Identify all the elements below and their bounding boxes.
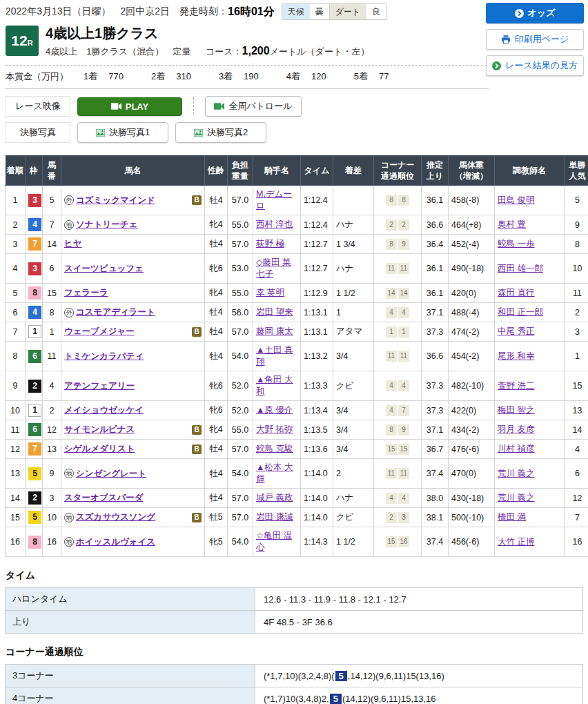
frame-number-badge: 2	[28, 491, 41, 505]
play-button[interactable]: PLAY	[77, 97, 182, 116]
results-header-cell: 調教師名	[495, 156, 565, 186]
horse-body-weight: 476(-6)	[449, 440, 495, 459]
jockey-link[interactable]: 岩田 望来	[256, 307, 293, 317]
win-popularity: 6	[565, 459, 588, 489]
trainer-link[interactable]: 荒川 義之	[498, 469, 534, 478]
horse-name-link[interactable]: スイーツビュッフェ	[64, 263, 144, 275]
trainer-link[interactable]: 萱野 浩二	[498, 381, 534, 391]
blinker-badge: B	[192, 195, 202, 205]
prize-money-row: 本賞金（万円） 1着770 2着310 3着190 4着120 5着77	[6, 65, 489, 89]
horse-name-link[interactable]: サイモンルピナス	[64, 424, 135, 436]
horse-name-link[interactable]: アテンフェアリー	[64, 380, 135, 392]
horse-name-link[interactable]: スズカサウスソング	[76, 511, 155, 523]
finish-photo2-button[interactable]: 決勝写真2	[175, 122, 266, 143]
corner-position-badge: 8	[386, 239, 397, 250]
last-3f-time: 36.1	[422, 186, 449, 215]
horse-name-link[interactable]: トミケンカラパティ	[64, 351, 144, 362]
margin: 1 1/2	[333, 284, 374, 303]
corner-position-badge: 11	[398, 263, 409, 274]
trainer-link[interactable]: 中尾 秀正	[498, 326, 534, 336]
trainer-link[interactable]: 尾形 和幸	[498, 351, 534, 361]
horse-name-link[interactable]: コスモアディラート	[76, 306, 155, 318]
patrol-video-button[interactable]: 全周パトロール	[205, 96, 302, 117]
jockey-link[interactable]: 荻野 極	[256, 239, 284, 248]
jockey-link[interactable]: M.デムーロ	[256, 189, 292, 211]
trainer-link[interactable]: 川村 禎彦	[498, 444, 534, 453]
race-date: 2022年3月13日（日曜）	[6, 6, 111, 18]
trainer-link[interactable]: 大竹 正博	[498, 537, 534, 547]
horse-name-link[interactable]: ウェーブメジャー	[64, 326, 135, 338]
horse-name-link[interactable]: シンゼングレート	[76, 468, 146, 480]
win-popularity: 7	[565, 508, 588, 527]
result-row: 15 5 10 地 スズカサウスソング B 牡5 57.0 岩田 康誠 1:14…	[6, 508, 588, 527]
horse-number: 6	[43, 254, 61, 284]
finish-position: 2	[6, 215, 26, 235]
horse-name-link[interactable]: シゲルメダリスト	[64, 443, 135, 455]
jockey-link[interactable]: 城戸 義政	[256, 493, 293, 502]
jockey-link[interactable]: ▲松本 大輝	[256, 462, 293, 484]
horse-name-link[interactable]: ホイッスルヴォイス	[76, 536, 155, 548]
carried-weight: 54.0	[228, 342, 253, 371]
corner-position-badge: 4	[398, 307, 409, 318]
trainer-link[interactable]: 森田 直行	[498, 288, 534, 297]
result-row: 13 5 9 地 シンゼングレート 牡4 54.0 ▲松本 大輝 1:14.0 …	[6, 459, 588, 489]
results-guide-button[interactable]: レース結果の見方	[486, 55, 584, 76]
jockey-link[interactable]: 大野 拓弥	[256, 424, 293, 434]
jockey-link[interactable]: ▲原 優介	[256, 405, 293, 415]
frame-number-badge: 8	[28, 286, 41, 300]
trainer-link[interactable]: 荒川 義之	[498, 493, 534, 502]
weather-track-box: 天候 曇 ダート 良	[282, 3, 387, 20]
win-popularity: 15	[565, 371, 588, 401]
horse-number: 4	[43, 371, 61, 401]
horse-name-link[interactable]: メイショウゼッケイ	[64, 404, 144, 416]
jockey-link[interactable]: ▲土田 真翔	[256, 345, 293, 366]
trainer-link[interactable]: 橋田 満	[498, 512, 526, 522]
furlong-time-label: ハロンタイム	[6, 588, 255, 611]
horse-number: 10	[43, 508, 61, 527]
horse-body-weight: 454(-2)	[449, 342, 495, 371]
last-up-label: 上り	[6, 611, 255, 634]
finish-time: 1:13.6	[301, 440, 333, 459]
finish-position: 11	[6, 420, 26, 440]
horse-name-link[interactable]: スターオブスパーダ	[64, 492, 144, 504]
jockey-link[interactable]: 岩田 康誠	[256, 512, 293, 522]
last-3f-time: 37.1	[422, 303, 449, 322]
jockey-link[interactable]: ▲角田 大和	[256, 375, 293, 396]
corner-positions: 22	[374, 215, 422, 235]
trainer-link[interactable]: 奥村 豊	[498, 219, 526, 229]
trainer-link[interactable]: 梅田 智之	[498, 405, 534, 415]
horse-name-link[interactable]: ソナトリーチェ	[76, 219, 137, 231]
jockey-link[interactable]: 幸 英明	[256, 288, 284, 297]
sex-age: 牡4	[205, 459, 228, 489]
results-header-cell: 馬体重 （増減）	[449, 156, 495, 186]
finish-time: 1:12.4	[301, 215, 333, 235]
finish-photo1-button[interactable]: 決勝写真1	[77, 122, 168, 143]
jockey-link[interactable]: ☆亀田 温心	[256, 531, 292, 552]
odds-button[interactable]: オッズ	[486, 3, 584, 23]
corner-positions: 1111	[374, 254, 422, 284]
horse-name-link[interactable]: ヒヤ	[64, 238, 82, 250]
last-3f-time: 37.3	[422, 371, 449, 401]
jockey-link[interactable]: ◇藤田 菜七子	[256, 257, 291, 279]
jockey-link[interactable]: 鮫島 克駿	[256, 444, 293, 453]
corner-position-badge: 1	[386, 326, 397, 338]
trainer-link[interactable]: 羽月 友彦	[498, 424, 534, 434]
horse-name-link[interactable]: コズミックマインド	[76, 195, 155, 206]
margin: 2	[333, 459, 374, 489]
trainer-link[interactable]: 西田 雄一郎	[498, 264, 543, 273]
win-popularity: 4	[565, 440, 588, 459]
margin: クビ	[333, 371, 374, 401]
horse-name-link[interactable]: フェラーラ	[64, 287, 108, 299]
jockey-link[interactable]: 西村 淳也	[256, 219, 293, 229]
sex-age: 牡4	[205, 303, 228, 322]
results-header-cell: 単勝 人気	[565, 156, 588, 186]
blinker-badge: B	[192, 327, 202, 337]
finish-position: 10	[6, 401, 26, 420]
trainer-link[interactable]: 鮫島 一歩	[498, 239, 534, 248]
jockey-link[interactable]: 藤岡 康太	[256, 326, 293, 336]
trainer-link[interactable]: 田島 俊明	[498, 195, 534, 205]
trainer-link[interactable]: 和田 正一郎	[498, 307, 543, 317]
finish-position: 6	[6, 303, 26, 322]
time-section-title: タイム	[6, 569, 583, 582]
print-button[interactable]: 印刷用ページ	[486, 29, 584, 50]
